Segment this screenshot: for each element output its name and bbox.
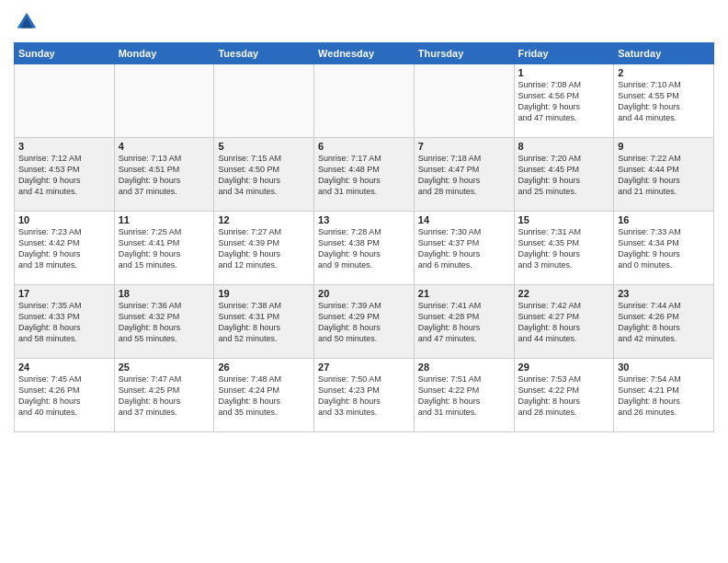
day-number: 21 (418, 288, 510, 299)
day-number: 8 (518, 141, 610, 152)
day-detail: Sunrise: 7:51 AM Sunset: 4:22 PM Dayligh… (418, 373, 510, 419)
col-header-monday: Monday (114, 43, 214, 64)
day-number: 14 (418, 214, 510, 225)
day-detail: Sunrise: 7:35 AM Sunset: 4:33 PM Dayligh… (18, 300, 110, 345)
calendar-cell: 1Sunrise: 7:08 AM Sunset: 4:56 PM Daylig… (514, 64, 614, 138)
day-detail: Sunrise: 7:33 AM Sunset: 4:34 PM Dayligh… (618, 226, 710, 271)
week-row-1: 3Sunrise: 7:12 AM Sunset: 4:53 PM Daylig… (15, 138, 714, 212)
calendar-cell (314, 64, 415, 138)
day-detail: Sunrise: 7:31 AM Sunset: 4:35 PM Dayligh… (518, 226, 610, 271)
day-detail: Sunrise: 7:15 AM Sunset: 4:50 PM Dayligh… (218, 153, 310, 198)
day-number: 18 (119, 288, 210, 299)
page-container: SundayMondayTuesdayWednesdayThursdayFrid… (0, 0, 728, 442)
calendar-cell: 28Sunrise: 7:51 AM Sunset: 4:22 PM Dayli… (414, 359, 514, 432)
day-number: 24 (18, 362, 110, 373)
day-number: 12 (218, 214, 310, 225)
calendar-header-row: SundayMondayTuesdayWednesdayThursdayFrid… (15, 43, 714, 64)
day-detail: Sunrise: 7:20 AM Sunset: 4:45 PM Dayligh… (518, 153, 610, 198)
day-detail: Sunrise: 7:08 AM Sunset: 4:56 PM Dayligh… (518, 79, 610, 124)
calendar-cell: 7Sunrise: 7:18 AM Sunset: 4:47 PM Daylig… (414, 138, 514, 212)
week-row-3: 17Sunrise: 7:35 AM Sunset: 4:33 PM Dayli… (15, 285, 714, 359)
calendar-cell: 19Sunrise: 7:38 AM Sunset: 4:31 PM Dayli… (214, 285, 314, 359)
calendar-cell: 21Sunrise: 7:41 AM Sunset: 4:28 PM Dayli… (414, 285, 514, 359)
calendar-cell: 15Sunrise: 7:31 AM Sunset: 4:35 PM Dayli… (514, 212, 614, 285)
week-row-2: 10Sunrise: 7:23 AM Sunset: 4:42 PM Dayli… (15, 212, 714, 285)
day-number: 16 (618, 214, 710, 225)
day-detail: Sunrise: 7:18 AM Sunset: 4:47 PM Dayligh… (418, 153, 510, 198)
week-row-4: 24Sunrise: 7:45 AM Sunset: 4:26 PM Dayli… (15, 359, 714, 432)
day-detail: Sunrise: 7:30 AM Sunset: 4:37 PM Dayligh… (418, 226, 510, 271)
calendar-table: SundayMondayTuesdayWednesdayThursdayFrid… (14, 42, 714, 432)
col-header-sunday: Sunday (15, 43, 115, 64)
day-number: 27 (318, 362, 410, 373)
day-number: 11 (119, 214, 210, 225)
col-header-thursday: Thursday (414, 43, 514, 64)
day-detail: Sunrise: 7:39 AM Sunset: 4:29 PM Dayligh… (318, 300, 410, 345)
day-number: 28 (418, 362, 510, 373)
calendar-cell: 4Sunrise: 7:13 AM Sunset: 4:51 PM Daylig… (114, 138, 214, 212)
calendar-cell: 9Sunrise: 7:22 AM Sunset: 4:44 PM Daylig… (614, 138, 714, 212)
day-number: 4 (119, 141, 210, 152)
day-number: 17 (18, 288, 110, 299)
day-number: 22 (518, 288, 610, 299)
logo-icon (14, 9, 40, 35)
day-number: 1 (518, 67, 610, 78)
day-detail: Sunrise: 7:53 AM Sunset: 4:22 PM Dayligh… (518, 373, 610, 419)
day-detail: Sunrise: 7:42 AM Sunset: 4:27 PM Dayligh… (518, 300, 610, 345)
calendar-cell: 22Sunrise: 7:42 AM Sunset: 4:27 PM Dayli… (514, 285, 614, 359)
calendar-cell: 12Sunrise: 7:27 AM Sunset: 4:39 PM Dayli… (214, 212, 314, 285)
col-header-wednesday: Wednesday (314, 43, 415, 64)
day-detail: Sunrise: 7:48 AM Sunset: 4:24 PM Dayligh… (218, 373, 310, 419)
day-number: 19 (218, 288, 310, 299)
day-number: 23 (618, 288, 710, 299)
day-detail: Sunrise: 7:17 AM Sunset: 4:48 PM Dayligh… (318, 153, 410, 198)
day-number: 6 (318, 141, 410, 152)
day-number: 7 (418, 141, 510, 152)
day-number: 9 (618, 141, 710, 152)
day-number: 2 (618, 67, 710, 78)
day-number: 3 (18, 141, 110, 152)
day-number: 30 (618, 362, 710, 373)
logo (14, 9, 43, 35)
day-detail: Sunrise: 7:13 AM Sunset: 4:51 PM Dayligh… (119, 153, 210, 198)
day-detail: Sunrise: 7:12 AM Sunset: 4:53 PM Dayligh… (18, 153, 110, 198)
day-detail: Sunrise: 7:47 AM Sunset: 4:25 PM Dayligh… (119, 373, 210, 419)
calendar-cell: 24Sunrise: 7:45 AM Sunset: 4:26 PM Dayli… (15, 359, 115, 432)
day-number: 20 (318, 288, 410, 299)
calendar-cell (114, 64, 214, 138)
day-detail: Sunrise: 7:45 AM Sunset: 4:26 PM Dayligh… (18, 373, 110, 419)
day-number: 5 (218, 141, 310, 152)
calendar-cell: 10Sunrise: 7:23 AM Sunset: 4:42 PM Dayli… (15, 212, 115, 285)
day-number: 13 (318, 214, 410, 225)
day-detail: Sunrise: 7:22 AM Sunset: 4:44 PM Dayligh… (618, 153, 710, 198)
day-detail: Sunrise: 7:41 AM Sunset: 4:28 PM Dayligh… (418, 300, 510, 345)
calendar-cell: 5Sunrise: 7:15 AM Sunset: 4:50 PM Daylig… (214, 138, 314, 212)
calendar-cell: 25Sunrise: 7:47 AM Sunset: 4:25 PM Dayli… (114, 359, 214, 432)
calendar-cell: 8Sunrise: 7:20 AM Sunset: 4:45 PM Daylig… (514, 138, 614, 212)
week-row-0: 1Sunrise: 7:08 AM Sunset: 4:56 PM Daylig… (15, 64, 714, 138)
calendar-cell: 6Sunrise: 7:17 AM Sunset: 4:48 PM Daylig… (314, 138, 415, 212)
calendar-cell (214, 64, 314, 138)
calendar-cell: 2Sunrise: 7:10 AM Sunset: 4:55 PM Daylig… (614, 64, 714, 138)
calendar-cell (414, 64, 514, 138)
col-header-tuesday: Tuesday (214, 43, 314, 64)
day-detail: Sunrise: 7:25 AM Sunset: 4:41 PM Dayligh… (119, 226, 210, 271)
calendar-cell (15, 64, 115, 138)
day-detail: Sunrise: 7:44 AM Sunset: 4:26 PM Dayligh… (618, 300, 710, 345)
col-header-friday: Friday (514, 43, 614, 64)
calendar-cell: 27Sunrise: 7:50 AM Sunset: 4:23 PM Dayli… (314, 359, 415, 432)
day-detail: Sunrise: 7:23 AM Sunset: 4:42 PM Dayligh… (18, 226, 110, 271)
day-detail: Sunrise: 7:36 AM Sunset: 4:32 PM Dayligh… (119, 300, 210, 345)
calendar-cell: 14Sunrise: 7:30 AM Sunset: 4:37 PM Dayli… (414, 212, 514, 285)
day-number: 10 (18, 214, 110, 225)
day-detail: Sunrise: 7:28 AM Sunset: 4:38 PM Dayligh… (318, 226, 410, 271)
day-detail: Sunrise: 7:38 AM Sunset: 4:31 PM Dayligh… (218, 300, 310, 345)
calendar-cell: 16Sunrise: 7:33 AM Sunset: 4:34 PM Dayli… (614, 212, 714, 285)
calendar-cell: 17Sunrise: 7:35 AM Sunset: 4:33 PM Dayli… (15, 285, 115, 359)
calendar-cell: 20Sunrise: 7:39 AM Sunset: 4:29 PM Dayli… (314, 285, 415, 359)
day-detail: Sunrise: 7:27 AM Sunset: 4:39 PM Dayligh… (218, 226, 310, 271)
calendar-cell: 30Sunrise: 7:54 AM Sunset: 4:21 PM Dayli… (614, 359, 714, 432)
day-number: 26 (218, 362, 310, 373)
page-header (14, 9, 714, 35)
calendar-cell: 18Sunrise: 7:36 AM Sunset: 4:32 PM Dayli… (114, 285, 214, 359)
